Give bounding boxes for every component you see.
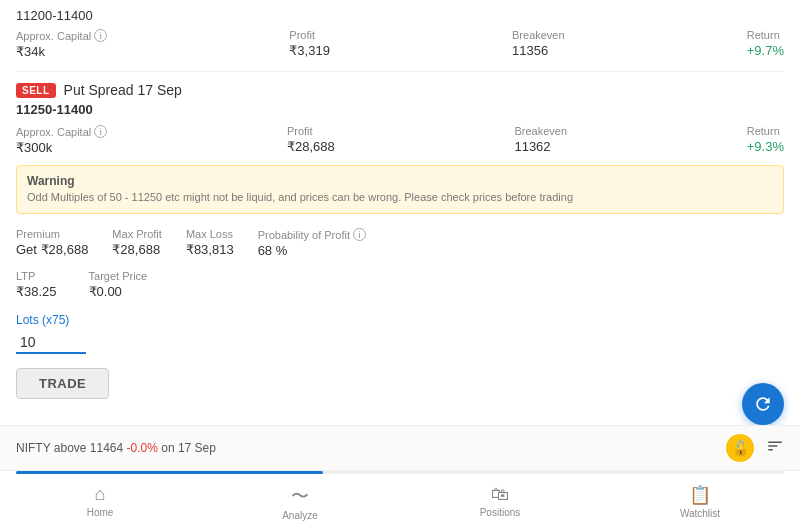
probability-stat: Probability of Profit i 68 % [258,228,366,258]
strategy-capital-info-icon[interactable]: i [94,125,107,138]
premium-label: Premium [16,228,88,240]
prev-approx-capital: Approx. Capital i ₹34k [16,29,107,59]
premium-stat: Premium Get ₹28,688 [16,228,88,258]
strike-range: 11250-11400 [16,102,784,117]
nifty-text: NIFTY above 11464 -0.0% on 17 Sep [16,441,216,455]
max-loss-stat: Max Loss ₹83,813 [186,228,234,258]
prev-return-value: +9.7% [747,43,784,58]
ltp-value: ₹38.25 [16,284,57,299]
progress-bar-fill [16,471,323,474]
prev-profit-value: ₹3,319 [289,43,330,58]
max-profit-value: ₹28,688 [112,242,162,257]
strategy-return: Return +9.3% [747,125,784,154]
prev-capital-label: Approx. Capital i [16,29,107,42]
prev-breakeven-value: 11356 [512,43,565,58]
nifty-change: -0.0% [127,441,158,455]
warning-section: Warning Odd Multiples of 50 - 11250 etc … [16,165,784,214]
analyze-icon: 〜 [291,484,309,508]
watchlist-label: Watchlist [680,508,720,519]
prev-price-range: 11200-11400 [16,8,784,23]
prev-profit-label: Profit [289,29,330,41]
progress-bar-container [16,471,784,474]
nav-watchlist[interactable]: 📋 Watchlist [670,484,730,521]
probability-value: 68 % [258,243,366,258]
ltp-item: LTP ₹38.25 [16,270,57,299]
max-profit-stat: Max Profit ₹28,688 [112,228,162,258]
prev-profit: Profit ₹3,319 [289,29,330,58]
strategy-metrics-row: Approx. Capital i ₹300k Profit ₹28,688 B… [16,125,784,155]
target-item: Target Price ₹0.00 [89,270,148,299]
stats-row: Premium Get ₹28,688 Max Profit ₹28,688 M… [16,228,784,258]
nav-positions[interactable]: 🛍 Positions [470,484,530,521]
lots-section: Lots (x75) [16,313,784,354]
target-value: ₹0.00 [89,284,148,299]
lots-input[interactable] [16,332,86,354]
target-label: Target Price [89,270,148,282]
positions-label: Positions [480,507,521,518]
probability-info-icon[interactable]: i [353,228,366,241]
approx-capital: Approx. Capital i ₹300k [16,125,107,155]
strategy-card: SELL Put Spread 17 Sep 11250-11400 Appro… [16,72,784,411]
nifty-bar: NIFTY above 11464 -0.0% on 17 Sep 🔓 [0,426,800,471]
strategy-breakeven: Breakeven 11362 [514,125,567,154]
strategy-breakeven-value: 11362 [514,139,567,154]
lock-icon[interactable]: 🔓 [726,434,754,462]
strategy-profit-value: ₹28,688 [287,139,335,154]
trade-button[interactable]: TRADE [16,368,109,399]
ltp-row: LTP ₹38.25 Target Price ₹0.00 [16,270,784,299]
strategy-breakeven-label: Breakeven [514,125,567,137]
capital-info-icon[interactable]: i [94,29,107,42]
prev-return-label: Return [747,29,784,41]
lots-label: Lots (x75) [16,313,784,327]
nav-home[interactable]: ⌂ Home [70,484,130,521]
warning-title: Warning [27,174,773,188]
prev-card: 11200-11400 Approx. Capital i ₹34k Profi… [16,0,784,72]
sell-badge: SELL [16,83,56,98]
premium-sublabel: Get ₹28,688 [16,242,88,257]
home-label: Home [87,507,114,518]
warning-text: Odd Multiples of 50 - 11250 etc might no… [27,190,773,205]
strategy-return-label: Return [747,125,784,137]
positions-icon: 🛍 [491,484,509,505]
prev-breakeven: Breakeven 11356 [512,29,565,58]
max-profit-label: Max Profit [112,228,162,240]
nifty-prefix: NIFTY above 11464 [16,441,123,455]
strategy-return-value: +9.3% [747,139,784,154]
max-loss-value: ₹83,813 [186,242,234,257]
filter-icon[interactable] [766,437,784,459]
analyze-label: Analyze [282,510,318,521]
prev-breakeven-label: Breakeven [512,29,565,41]
strategy-profit: Profit ₹28,688 [287,125,335,154]
prev-return: Return +9.7% [747,29,784,58]
strategy-header: SELL Put Spread 17 Sep [16,82,784,98]
nifty-suffix: on 17 Sep [161,441,216,455]
ltp-label: LTP [16,270,57,282]
max-loss-label: Max Loss [186,228,234,240]
strategy-profit-label: Profit [287,125,335,137]
capital-value: ₹300k [16,140,107,155]
strategy-name: Put Spread 17 Sep [64,82,182,98]
capital-label: Approx. Capital i [16,125,107,138]
watchlist-icon: 📋 [689,484,711,506]
probability-label: Probability of Profit i [258,228,366,241]
home-icon: ⌂ [95,484,106,505]
nav-bar: ⌂ Home 〜 Analyze 🛍 Positions 📋 Watchlist [0,478,800,525]
prev-metrics-row: Approx. Capital i ₹34k Profit ₹3,319 Bre… [16,29,784,59]
prev-capital-value: ₹34k [16,44,107,59]
nav-analyze[interactable]: 〜 Analyze [270,484,330,521]
main-content: 11200-11400 Approx. Capital i ₹34k Profi… [0,0,800,465]
bottom-bar: NIFTY above 11464 -0.0% on 17 Sep 🔓 ⌂ Ho… [0,425,800,525]
refresh-fab[interactable] [742,383,784,425]
